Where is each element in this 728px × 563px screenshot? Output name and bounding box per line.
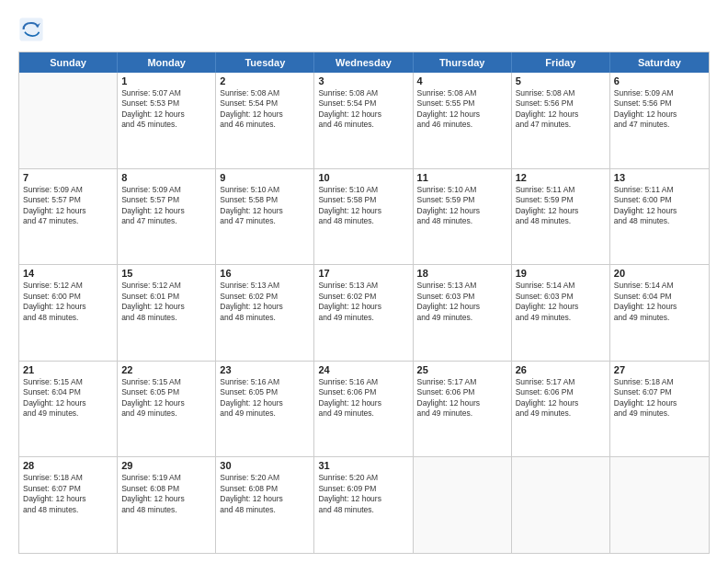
day-info: Sunrise: 5:12 AMSunset: 6:00 PMDaylight:… [23,281,113,323]
logo-icon [18,17,44,42]
day-number: 8 [121,172,211,183]
day-info: Sunrise: 5:15 AMSunset: 6:05 PMDaylight:… [121,377,211,419]
day-number: 15 [121,268,211,279]
day-number: 29 [121,460,211,471]
calendar-cell: 19Sunrise: 5:14 AMSunset: 6:03 PMDayligh… [512,265,610,361]
day-info: Sunrise: 5:17 AMSunset: 6:06 PMDaylight:… [516,377,606,419]
calendar-cell: 15Sunrise: 5:12 AMSunset: 6:01 PMDayligh… [118,265,216,361]
day-info: Sunrise: 5:11 AMSunset: 6:00 PMDaylight:… [614,185,705,227]
day-number: 20 [614,268,705,279]
day-number: 3 [318,75,408,86]
day-number: 17 [318,268,408,279]
day-info: Sunrise: 5:15 AMSunset: 6:04 PMDaylight:… [23,377,113,419]
calendar-cell: 12Sunrise: 5:11 AMSunset: 5:59 PMDayligh… [512,169,610,265]
calendar-body: 1Sunrise: 5:07 AMSunset: 5:53 PMDaylight… [19,73,709,553]
day-info: Sunrise: 5:10 AMSunset: 5:59 PMDaylight:… [417,185,507,227]
day-number: 23 [220,364,310,375]
day-number: 18 [417,268,507,279]
calendar-cell: 5Sunrise: 5:08 AMSunset: 5:56 PMDaylight… [512,73,610,168]
calendar-cell: 4Sunrise: 5:08 AMSunset: 5:55 PMDaylight… [414,73,512,168]
day-info: Sunrise: 5:09 AMSunset: 5:57 PMDaylight:… [121,185,211,227]
day-number: 25 [417,364,507,375]
day-number: 11 [417,172,507,183]
calendar-cell: 1Sunrise: 5:07 AMSunset: 5:53 PMDaylight… [118,73,216,168]
calendar-row-2: 7Sunrise: 5:09 AMSunset: 5:57 PMDaylight… [19,169,709,266]
day-info: Sunrise: 5:09 AMSunset: 5:56 PMDaylight:… [614,88,705,131]
day-info: Sunrise: 5:08 AMSunset: 5:54 PMDaylight:… [220,88,310,131]
day-number: 1 [121,75,211,86]
calendar-cell: 17Sunrise: 5:13 AMSunset: 6:02 PMDayligh… [314,265,413,361]
day-info: Sunrise: 5:16 AMSunset: 6:06 PMDaylight:… [318,377,408,419]
calendar-cell: 8Sunrise: 5:09 AMSunset: 5:57 PMDaylight… [118,169,216,265]
day-info: Sunrise: 5:17 AMSunset: 6:06 PMDaylight:… [417,377,507,419]
header-day-monday: Monday [118,52,216,73]
day-info: Sunrise: 5:18 AMSunset: 6:07 PMDaylight:… [23,473,113,515]
calendar-cell: 31Sunrise: 5:20 AMSunset: 6:09 PMDayligh… [314,457,413,553]
calendar-cell [512,457,610,553]
header-day-friday: Friday [512,52,610,73]
day-number: 16 [220,268,310,279]
calendar-cell [19,73,118,168]
calendar-cell: 13Sunrise: 5:11 AMSunset: 6:00 PMDayligh… [610,169,709,265]
calendar-cell: 14Sunrise: 5:12 AMSunset: 6:00 PMDayligh… [19,265,118,361]
calendar-cell: 22Sunrise: 5:15 AMSunset: 6:05 PMDayligh… [118,362,216,457]
day-info: Sunrise: 5:10 AMSunset: 5:58 PMDaylight:… [220,185,310,227]
day-info: Sunrise: 5:09 AMSunset: 5:57 PMDaylight:… [23,185,113,227]
header-day-sunday: Sunday [19,52,118,73]
calendar-cell: 28Sunrise: 5:18 AMSunset: 6:07 PMDayligh… [19,457,118,553]
calendar-cell: 2Sunrise: 5:08 AMSunset: 5:54 PMDaylight… [216,73,314,168]
calendar-header: SundayMondayTuesdayWednesdayThursdayFrid… [19,52,709,73]
day-number: 31 [318,460,408,471]
day-info: Sunrise: 5:07 AMSunset: 5:53 PMDaylight:… [121,88,211,131]
logo [18,17,48,42]
calendar-cell: 25Sunrise: 5:17 AMSunset: 6:06 PMDayligh… [414,362,512,457]
calendar-cell: 27Sunrise: 5:18 AMSunset: 6:07 PMDayligh… [610,362,709,457]
calendar-row-1: 1Sunrise: 5:07 AMSunset: 5:53 PMDaylight… [19,73,709,169]
calendar-cell: 11Sunrise: 5:10 AMSunset: 5:59 PMDayligh… [414,169,512,265]
calendar-cell: 29Sunrise: 5:19 AMSunset: 6:08 PMDayligh… [118,457,216,553]
day-info: Sunrise: 5:08 AMSunset: 5:55 PMDaylight:… [417,88,507,131]
calendar-row-4: 21Sunrise: 5:15 AMSunset: 6:04 PMDayligh… [19,362,709,458]
day-number: 30 [220,460,310,471]
day-info: Sunrise: 5:10 AMSunset: 5:58 PMDaylight:… [318,185,408,227]
calendar-cell: 3Sunrise: 5:08 AMSunset: 5:54 PMDaylight… [314,73,413,168]
day-number: 26 [516,364,606,375]
calendar-cell: 24Sunrise: 5:16 AMSunset: 6:06 PMDayligh… [314,362,413,457]
calendar-cell: 18Sunrise: 5:13 AMSunset: 6:03 PMDayligh… [414,265,512,361]
calendar-cell: 21Sunrise: 5:15 AMSunset: 6:04 PMDayligh… [19,362,118,457]
day-info: Sunrise: 5:12 AMSunset: 6:01 PMDaylight:… [121,281,211,323]
day-info: Sunrise: 5:13 AMSunset: 6:03 PMDaylight:… [417,281,507,323]
calendar-cell: 26Sunrise: 5:17 AMSunset: 6:06 PMDayligh… [512,362,610,457]
day-number: 21 [23,364,113,375]
calendar: SundayMondayTuesdayWednesdayThursdayFrid… [18,52,710,554]
day-info: Sunrise: 5:13 AMSunset: 6:02 PMDaylight:… [220,281,310,323]
day-info: Sunrise: 5:14 AMSunset: 6:04 PMDaylight:… [614,281,705,323]
calendar-cell: 6Sunrise: 5:09 AMSunset: 5:56 PMDaylight… [610,73,709,168]
header-day-saturday: Saturday [610,52,709,73]
day-number: 6 [614,75,705,86]
day-number: 2 [220,75,310,86]
day-number: 12 [516,172,606,183]
day-number: 4 [417,75,507,86]
calendar-cell: 20Sunrise: 5:14 AMSunset: 6:04 PMDayligh… [610,265,709,361]
header-day-tuesday: Tuesday [216,52,314,73]
calendar-cell: 23Sunrise: 5:16 AMSunset: 6:05 PMDayligh… [216,362,314,457]
calendar-row-3: 14Sunrise: 5:12 AMSunset: 6:00 PMDayligh… [19,265,709,362]
day-info: Sunrise: 5:20 AMSunset: 6:08 PMDaylight:… [220,473,310,515]
header-day-wednesday: Wednesday [314,52,413,73]
day-info: Sunrise: 5:16 AMSunset: 6:05 PMDaylight:… [220,377,310,419]
day-info: Sunrise: 5:18 AMSunset: 6:07 PMDaylight:… [614,377,705,419]
calendar-cell [414,457,512,553]
day-number: 24 [318,364,408,375]
day-info: Sunrise: 5:11 AMSunset: 5:59 PMDaylight:… [516,185,606,227]
calendar-cell [610,457,709,553]
day-number: 27 [614,364,705,375]
day-number: 22 [121,364,211,375]
day-info: Sunrise: 5:13 AMSunset: 6:02 PMDaylight:… [318,281,408,323]
calendar-cell: 30Sunrise: 5:20 AMSunset: 6:08 PMDayligh… [216,457,314,553]
header-day-thursday: Thursday [414,52,512,73]
calendar-cell: 16Sunrise: 5:13 AMSunset: 6:02 PMDayligh… [216,265,314,361]
day-info: Sunrise: 5:14 AMSunset: 6:03 PMDaylight:… [516,281,606,323]
day-number: 28 [23,460,113,471]
page-header [18,17,710,42]
